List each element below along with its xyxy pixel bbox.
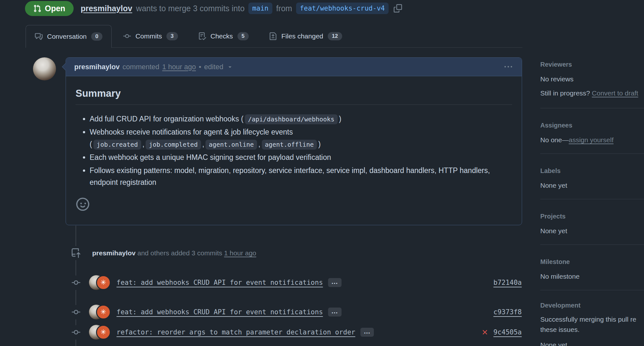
comment-action-text: commented [123, 63, 159, 71]
pr-title: presmihaylov wants to merge 3 commits in… [81, 3, 402, 14]
comment-header: presmihaylov commented 1 hour ago • edit… [66, 58, 522, 76]
commit-hash-link[interactable]: c9373f8 [493, 308, 522, 316]
pr-state-badge[interactable]: Open [25, 1, 74, 16]
reviewers-title[interactable]: Reviewers [540, 61, 644, 68]
tab-conversation-label: Conversation [47, 33, 87, 40]
avatar[interactable]: ✳ [96, 305, 111, 319]
projects-title[interactable]: Projects [540, 213, 644, 220]
pr-meta-bar: Open presmihaylov wants to merge 3 commi… [25, 0, 402, 16]
avatar[interactable]: ✳ [96, 325, 111, 340]
assignees-title[interactable]: Assignees [540, 122, 644, 129]
bullet-hmac-secret: Each webhook gets a unique HMAC signing … [90, 152, 512, 163]
convert-to-draft-link[interactable]: Convert to draft [592, 89, 638, 97]
sidebar-section-reviewers: Reviewers No reviews Still in progress? … [540, 58, 644, 108]
pr-state-label: Open [45, 4, 65, 13]
comment-author-link[interactable]: presmihaylov [74, 63, 120, 71]
tab-checks-count: 5 [237, 32, 249, 40]
tab-commits-count: 3 [166, 32, 178, 40]
smiley-icon [76, 198, 89, 211]
sidebar-section-labels: Labels None yet [540, 154, 644, 199]
head-branch-label[interactable]: feat/webhooks-crud-v4 [296, 3, 389, 14]
commit-message-link[interactable]: feat: add webhooks CRUD API for event no… [117, 279, 323, 286]
milestone-title[interactable]: Milestone [540, 258, 644, 266]
commit-row: ✳ feat: add webhooks CRUD API for event … [66, 304, 522, 320]
commit-avatars: ✳ [89, 275, 111, 290]
checklist-icon [198, 32, 206, 40]
sidebar-section-assignees: Assignees No one—assign yourself [540, 108, 644, 154]
check-failed-x-icon[interactable] [481, 328, 489, 336]
tab-checks-label: Checks [211, 32, 233, 40]
commit-message-expand-button[interactable]: … [328, 278, 342, 287]
commit-avatars: ✳ [89, 325, 111, 340]
event-description: and others added 3 commits [137, 249, 222, 257]
sidebar-section-projects: Projects None yet [540, 199, 644, 245]
assign-yourself-link[interactable]: assign yourself [569, 136, 614, 144]
avatar[interactable] [33, 57, 56, 80]
comment-edited-label[interactable]: edited [204, 63, 223, 71]
tab-files-changed-count: 12 [328, 32, 342, 40]
sidebar-section-milestone: Milestone No milestone [540, 245, 644, 290]
git-commit-icon [66, 276, 86, 290]
summary-heading: Summary [76, 88, 512, 105]
tab-files-changed[interactable]: Files changed 12 [260, 25, 351, 47]
code-job-completed: job.completed [146, 140, 201, 150]
pr-sidebar: Reviewers No reviews Still in progress? … [540, 58, 644, 346]
repo-push-icon [66, 246, 86, 260]
pull-request-page: Open presmihaylov wants to merge 3 commi… [0, 0, 644, 346]
git-commit-icon [66, 325, 86, 340]
git-pull-request-icon [33, 4, 41, 12]
summary-bullet-list: Add full CRUD API for organization webho… [76, 113, 512, 189]
assignees-empty-row: No one—assign yourself [540, 136, 644, 144]
commit-hash-link[interactable]: b72140a [493, 279, 522, 286]
add-reaction-button[interactable] [76, 198, 89, 211]
development-empty-text: None yet [540, 341, 644, 346]
avatar-glyph: ✳ [101, 328, 106, 336]
avatar[interactable]: ✳ [96, 275, 111, 290]
pr-description-comment: presmihaylov commented 1 hour ago • edit… [66, 57, 522, 225]
development-text-line2: these issues. [540, 326, 644, 334]
event-timestamp-link[interactable]: 1 hour ago [224, 249, 256, 257]
copy-branch-button[interactable] [392, 4, 402, 12]
code-agent-online: agent.online [205, 140, 257, 150]
commit-message-link[interactable]: feat: add webhooks CRUD API for event no… [117, 308, 323, 316]
labels-empty-text: None yet [540, 182, 644, 189]
tab-commits-label: Commits [135, 32, 162, 40]
projects-empty-text: None yet [540, 227, 644, 235]
commit-message-expand-button[interactable]: … [360, 328, 374, 337]
assignees-empty-text: No one— [540, 136, 569, 144]
commit-row: ✳ feat: add webhooks CRUD API for event … [66, 275, 522, 290]
pr-tab-bar: Conversation 0 Commits 3 Checks 5 Files … [26, 25, 522, 48]
milestone-empty-text: No milestone [540, 273, 644, 280]
code-agent-offline: agent.offline [262, 140, 317, 150]
commit-hash-link[interactable]: 9c4505a [493, 328, 522, 336]
pr-from-text: from [276, 4, 292, 13]
event-author-link[interactable]: presmihaylov [92, 249, 135, 257]
reviewers-empty-text: No reviews [540, 75, 644, 83]
pr-author-link[interactable]: presmihaylov [81, 4, 132, 13]
avatar-glyph: ✳ [101, 308, 106, 316]
commit-avatars: ✳ [89, 305, 111, 319]
base-branch-label[interactable]: main [248, 3, 272, 14]
commit-message-link[interactable]: refactor: reorder args to match paramete… [117, 328, 355, 336]
triangle-down-icon[interactable] [227, 64, 233, 70]
tab-commits[interactable]: Commits 3 [114, 25, 187, 47]
code-webhooks-path: /api/dashboard/webhooks [245, 114, 338, 124]
comment-dot-separator: • [199, 63, 201, 71]
commits-added-event: presmihaylov and others added 3 commits … [66, 246, 256, 260]
comment-options-button[interactable] [503, 62, 513, 72]
pr-merge-text: wants to merge 3 commits into [136, 4, 245, 13]
tab-conversation-count: 0 [91, 32, 102, 41]
development-title[interactable]: Development [540, 302, 644, 309]
tab-conversation[interactable]: Conversation 0 [26, 25, 112, 48]
tab-checks[interactable]: Checks 5 [189, 25, 258, 47]
tab-files-changed-label: Files changed [281, 32, 323, 40]
convert-to-draft-row: Still in progress? Convert to draft [540, 89, 644, 97]
event-text: presmihaylov and others added 3 commits … [92, 249, 256, 257]
development-text-line1: Successfully merging this pull re [540, 316, 644, 323]
git-commit-icon [123, 32, 131, 40]
comment-timestamp-link[interactable]: 1 hour ago [162, 63, 196, 71]
labels-title[interactable]: Labels [540, 167, 644, 175]
file-diff-icon [269, 32, 277, 40]
commit-message-expand-button[interactable]: … [328, 308, 342, 317]
comment-discussion-icon [35, 33, 43, 40]
